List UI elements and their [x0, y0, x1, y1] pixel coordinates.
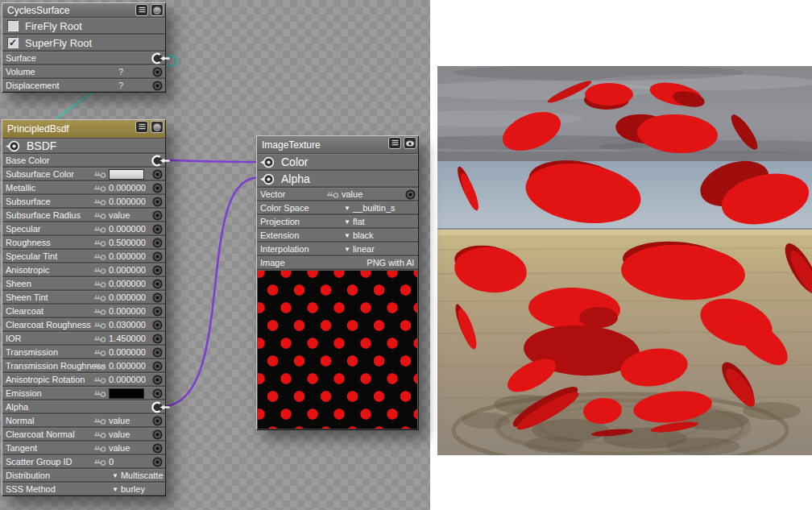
input-socket-icon[interactable] — [152, 361, 163, 373]
input-socket-icon[interactable] — [152, 265, 163, 277]
color-swatch[interactable] — [109, 388, 144, 399]
render-preview-pane — [430, 0, 812, 510]
animation-key-icon[interactable] — [93, 198, 106, 205]
animation-key-icon[interactable] — [326, 191, 339, 198]
input-socket-icon[interactable] — [152, 443, 163, 455]
input-socket-icon[interactable] — [152, 375, 163, 387]
animation-key-icon[interactable] — [93, 431, 106, 438]
node-title-bar[interactable]: CyclesSurface — [2, 3, 165, 17]
param-label: Base Color — [6, 154, 49, 167]
color-swatch[interactable] — [109, 169, 144, 180]
dropdown-arrow-icon: ▼ — [344, 205, 350, 212]
input-socket-icon[interactable] — [152, 81, 163, 93]
properties-list-icon[interactable] — [135, 4, 148, 16]
param-value[interactable]: ? — [118, 79, 123, 92]
animation-key-icon[interactable] — [93, 417, 106, 425]
dropdown-value: __builtin_s — [353, 203, 416, 213]
input-socket-icon[interactable] — [152, 251, 163, 263]
preview-sphere-icon[interactable] — [151, 4, 164, 16]
param-label: Color Space — [260, 201, 309, 214]
animation-key-icon[interactable] — [93, 185, 106, 192]
param-row: Base Color — [2, 153, 165, 167]
animation-key-icon[interactable] — [93, 294, 106, 301]
input-socket-icon[interactable] — [405, 189, 416, 201]
animation-key-icon[interactable] — [93, 376, 106, 384]
animation-key-icon[interactable] — [93, 390, 106, 397]
node-image-texture[interactable]: ImageTexture Color AlphaVectorvalueColor… — [256, 135, 419, 430]
input-socket-icon[interactable] — [152, 429, 163, 442]
dropdown-select[interactable]: ▼flat — [344, 215, 416, 228]
param-label: Tangent — [6, 442, 37, 454]
input-socket-icon[interactable] — [152, 416, 163, 428]
param-row: Transmission Roughness0.000000 — [2, 359, 165, 372]
animation-key-icon[interactable] — [93, 267, 106, 274]
properties-list-icon[interactable] — [388, 137, 401, 149]
input-socket-icon[interactable] — [152, 334, 163, 346]
dropdown-arrow-icon: ▼ — [344, 246, 350, 253]
node-title-bar[interactable]: ImageTexture — [257, 136, 418, 153]
input-socket-icon[interactable] — [152, 183, 163, 195]
animation-key-icon[interactable] — [93, 349, 106, 356]
param-row: Distribution▼Multiscatte — [2, 468, 165, 482]
animation-key-icon[interactable] — [93, 308, 106, 315]
param-row: Tangentvalue — [2, 441, 165, 454]
param-label: Normal — [6, 414, 34, 427]
output-plug-icon[interactable] — [260, 173, 275, 185]
node-cycles-surface[interactable]: CyclesSurface FireFly Root ✓ SuperFly Ro… — [2, 2, 166, 93]
input-socket-icon[interactable] — [152, 224, 163, 236]
param-row: Specular0.000000 — [2, 222, 165, 235]
param-label: Scatter Group ID — [6, 455, 72, 468]
node-canvas[interactable]: CyclesSurface FireFly Root ✓ SuperFly Ro… — [0, 0, 430, 510]
param-row: Subsurface0.000000 — [2, 194, 165, 208]
param-row: Displacement? — [2, 78, 165, 92]
param-label: Specular Tint — [6, 250, 57, 263]
dropdown-select[interactable]: ▼linear — [344, 243, 416, 255]
input-socket-icon[interactable] — [152, 238, 163, 250]
dropdown-select[interactable]: ▼burley — [112, 483, 164, 495]
animation-key-icon[interactable] — [93, 212, 106, 219]
animation-key-icon[interactable] — [93, 239, 106, 247]
param-label: Volume — [6, 65, 35, 78]
output-plug-icon[interactable] — [260, 156, 275, 168]
animation-key-icon[interactable] — [93, 458, 106, 466]
wire-color-to-basecolor — [164, 160, 259, 163]
input-socket-icon[interactable] — [152, 457, 163, 469]
toggle-label: FireFly Root — [25, 20, 82, 32]
animation-key-icon[interactable] — [93, 335, 106, 342]
dropdown-select[interactable]: ▼black — [344, 229, 416, 242]
dropdown-select[interactable]: ▼Multiscatte — [112, 469, 164, 482]
input-socket-icon[interactable] — [152, 67, 163, 79]
param-row: Scatter Group ID0 — [2, 454, 165, 468]
param-label: Sheen — [6, 277, 31, 290]
input-socket-icon[interactable] — [152, 197, 163, 209]
node-principled-bsdf[interactable]: PrincipledBsdf BSDFBase ColorSubsurface … — [2, 119, 166, 496]
properties-list-icon[interactable] — [135, 121, 148, 133]
dropdown-value: Multiscatte — [121, 471, 164, 480]
preview-sphere-icon[interactable] — [151, 121, 164, 133]
animation-key-icon[interactable] — [93, 253, 106, 260]
input-socket-icon[interactable] — [152, 347, 163, 359]
param-label: Displacement — [6, 79, 60, 92]
input-socket-icon[interactable] — [152, 169, 163, 181]
dropdown-select[interactable]: ▼__builtin_s — [344, 201, 416, 214]
animation-key-icon[interactable] — [93, 321, 106, 329]
input-socket-icon[interactable] — [152, 210, 163, 222]
animation-key-icon[interactable] — [93, 363, 106, 370]
input-socket-icon[interactable] — [152, 292, 163, 305]
checkbox-checked[interactable]: ✓ — [7, 37, 19, 48]
checkbox-unchecked[interactable] — [7, 20, 19, 31]
animation-key-icon[interactable] — [93, 445, 106, 452]
output-plug-icon[interactable] — [6, 140, 20, 152]
texture-preview[interactable] — [258, 271, 417, 429]
animation-key-icon[interactable] — [93, 280, 106, 288]
input-socket-icon[interactable] — [152, 306, 163, 318]
param-value[interactable]: ? — [118, 65, 123, 78]
preview-eye-icon[interactable] — [404, 137, 416, 149]
input-socket-icon[interactable] — [152, 279, 163, 291]
input-socket-icon[interactable] — [152, 320, 163, 332]
node-title-bar[interactable]: PrincipledBsdf — [2, 120, 165, 138]
animation-key-icon[interactable] — [93, 171, 106, 178]
input-socket-icon[interactable] — [152, 388, 163, 400]
param-value: PNG with Al — [367, 256, 414, 269]
animation-key-icon[interactable] — [93, 226, 106, 233]
